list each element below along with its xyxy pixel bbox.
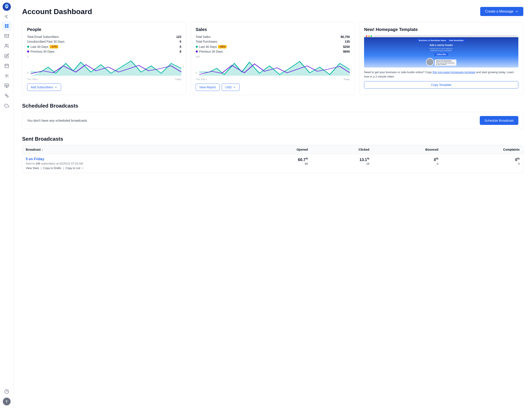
sidebar-item-calendar[interactable] bbox=[2, 61, 11, 71]
cloud-icon bbox=[4, 103, 9, 108]
template-desc-before: Need to get your business or side-hustle… bbox=[364, 71, 433, 74]
broadcast-title-link[interactable]: 5 on Friday bbox=[26, 157, 245, 161]
help-icon bbox=[4, 389, 9, 394]
sidebar: T bbox=[0, 0, 13, 408]
view-report-button[interactable]: View Report bbox=[196, 84, 220, 91]
sidebar-item-integrations[interactable] bbox=[2, 91, 11, 101]
template-headline-text: Add a catchy header bbox=[429, 44, 453, 46]
chevron-down-icon bbox=[81, 167, 84, 170]
sales-chart-y-top: 100 bbox=[196, 55, 200, 58]
currency-button[interactable]: USD bbox=[222, 84, 240, 91]
sent-broadcasts-section: Sent Broadcasts Broadcast ↓ Opened Click… bbox=[22, 136, 523, 173]
sales-chart-y-bottom: 0 bbox=[196, 71, 197, 74]
col-complaints: Complaints bbox=[442, 145, 523, 154]
svg-point-3 bbox=[6, 6, 7, 7]
dashboard-icon bbox=[4, 24, 9, 28]
automations-icon bbox=[4, 73, 9, 78]
view-stats-link[interactable]: View Stats bbox=[26, 166, 39, 170]
total-email-subscribers-row: Total Email Subscribers 123 bbox=[27, 35, 181, 39]
messages-icon bbox=[4, 34, 9, 38]
people-chart-y-top: 2 bbox=[27, 55, 28, 58]
sidebar-item-help[interactable] bbox=[2, 387, 11, 396]
copy-to-list-link[interactable]: Copy to List bbox=[65, 166, 80, 170]
people-chart-y-bottom: 0 bbox=[27, 71, 28, 74]
sales-last30-row: Last 30 Days -58% $250 bbox=[196, 45, 350, 49]
main-content: Account Dashboard Create a Message Peopl… bbox=[13, 0, 532, 408]
sales-last30-value: $250 bbox=[343, 45, 350, 49]
people-chart: 2 0 bbox=[27, 55, 181, 77]
sidebar-item-cloud[interactable] bbox=[2, 101, 11, 110]
total-purchases-row: Total Purchases 135 bbox=[196, 40, 350, 43]
sent-broadcasts-table: Broadcast ↓ Opened Clicked Bounced Compl… bbox=[22, 145, 523, 173]
svg-rect-7 bbox=[7, 26, 8, 28]
sales-prev30-label: Previous 30 Days bbox=[199, 50, 223, 53]
sidebar-nav bbox=[0, 21, 13, 110]
bounced-pct: 0% bbox=[434, 158, 438, 162]
svg-rect-6 bbox=[5, 26, 6, 28]
people-last30-value: 5 bbox=[180, 45, 181, 49]
sales-chart-date-start: Tue, Feb 1 bbox=[196, 78, 207, 81]
template-card-title: New! Homepage Template bbox=[364, 27, 518, 32]
integrations-icon bbox=[4, 93, 9, 98]
chevron-down-icon bbox=[515, 10, 519, 13]
unsubscribed-value: 0 bbox=[180, 40, 181, 43]
sidebar-item-reports[interactable] bbox=[2, 81, 11, 91]
calendar-icon bbox=[4, 63, 9, 68]
template-card: New! Homepage Template Business or Newsl… bbox=[359, 22, 523, 95]
people-prev30-indicator: Previous 30 Days bbox=[27, 50, 54, 53]
sales-prev30-row: Previous 30 Days $600 bbox=[196, 50, 350, 53]
create-message-label: Create a Message bbox=[485, 9, 513, 13]
template-subscribe-button: Subscribe bbox=[434, 53, 448, 56]
template-avatar-section: About this Newsletter Why they should su… bbox=[426, 58, 456, 66]
user-avatar[interactable]: T bbox=[3, 398, 11, 405]
sidebar-item-dashboard[interactable] bbox=[2, 21, 11, 31]
total-purchases-value: 135 bbox=[345, 40, 350, 43]
people-last30-row: Last 30 Days -37% 5 bbox=[27, 45, 181, 49]
table-row: 5 on Friday Sent to 145 subscribers at 0… bbox=[22, 154, 523, 173]
sidebar-item-automations[interactable] bbox=[2, 71, 11, 81]
broadcast-actions: View Stats | Copy to Drafts | Copy to Li… bbox=[26, 166, 245, 170]
sales-chart-date-end: Today bbox=[344, 78, 350, 81]
view-report-label: View Report bbox=[199, 85, 216, 89]
complaints-count: 0 bbox=[445, 162, 520, 165]
bounced-count: 0 bbox=[376, 162, 438, 165]
people-chart-date-start: Tue, Feb 1 bbox=[27, 78, 39, 81]
broadcasts-header-row: Broadcast ↓ Opened Clicked Bounced Compl… bbox=[22, 145, 523, 154]
sales-last30-label: Last 30 Days bbox=[199, 45, 217, 49]
people-card-footer: Add Subscribers bbox=[27, 84, 181, 91]
total-sales-row: Total Sales $6,750 bbox=[196, 35, 350, 39]
separator-1: | bbox=[41, 166, 41, 170]
browser-url-bar bbox=[374, 35, 517, 37]
people-prev30-label: Previous 30 Days bbox=[31, 50, 54, 53]
copy-template-button[interactable]: Copy Template bbox=[364, 81, 518, 89]
app-logo[interactable] bbox=[3, 3, 11, 11]
schedule-broadcast-button[interactable]: Schedule Broadcast bbox=[480, 116, 518, 125]
sidebar-collapse-button[interactable] bbox=[4, 13, 10, 19]
add-subscribers-label: Add Subscribers bbox=[31, 85, 53, 89]
col-opened: Opened bbox=[248, 145, 311, 154]
sidebar-item-messages[interactable] bbox=[2, 31, 11, 41]
template-nav-label: Business or Newsletter Name View Newslet… bbox=[417, 39, 465, 42]
sales-chart-dates: Tue, Feb 1 Today bbox=[196, 78, 350, 81]
svg-point-14 bbox=[6, 75, 7, 76]
template-about-box: About this Newsletter Why they should su… bbox=[435, 60, 456, 66]
svg-rect-10 bbox=[5, 64, 9, 68]
people-chart-svg bbox=[31, 59, 181, 76]
sidebar-item-edit[interactable] bbox=[2, 51, 11, 61]
template-link[interactable]: this one-page homepage template bbox=[433, 71, 475, 74]
create-message-button[interactable]: Create a Message bbox=[480, 7, 523, 16]
sales-card-title: Sales bbox=[196, 27, 350, 32]
svg-point-17 bbox=[7, 96, 8, 97]
people-icon bbox=[4, 43, 9, 48]
opened-count: 88 bbox=[252, 162, 308, 165]
sales-last30-badge: -58% bbox=[218, 45, 227, 49]
add-subscribers-button[interactable]: Add Subscribers bbox=[27, 84, 61, 91]
clicked-count: 19 bbox=[315, 162, 370, 165]
scheduled-broadcasts-box: You don't have any scheduled broadcasts … bbox=[22, 112, 523, 129]
browser-dot-red bbox=[366, 35, 367, 37]
sales-last30-indicator: Last 30 Days -58% bbox=[196, 45, 227, 49]
people-prev30-row: Previous 30 Days 8 bbox=[27, 50, 181, 53]
sidebar-item-people[interactable] bbox=[2, 41, 11, 51]
copy-to-drafts-link[interactable]: Copy to Drafts bbox=[43, 166, 61, 170]
broadcast-subtitle: Sent to 145 subscribers at 02/25/22 07:0… bbox=[26, 162, 84, 165]
